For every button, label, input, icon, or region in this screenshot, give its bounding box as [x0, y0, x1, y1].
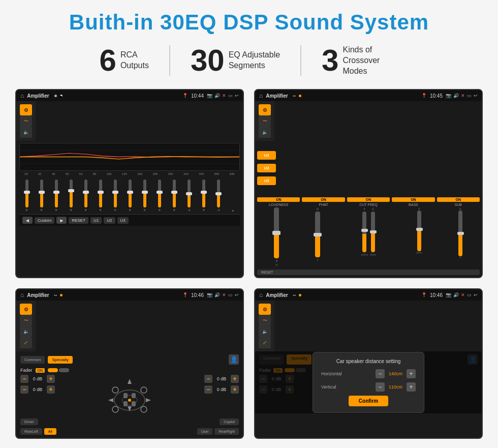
rearright-btn[interactable]: RearRight	[214, 428, 239, 435]
eq-u2-button[interactable]: U2	[104, 217, 115, 224]
eq-slider-9[interactable]: 0	[158, 177, 161, 213]
eq-prev-button[interactable]: ◄	[22, 217, 33, 224]
close-icon-4[interactable]: ✕	[461, 292, 465, 297]
dist-main: Common Specialty 👤 Fader ON	[255, 351, 482, 413]
eq-custom-button[interactable]: Custom	[35, 217, 55, 224]
eq-slider-0[interactable]: 0	[25, 177, 28, 213]
db-minus-rr[interactable]: −	[204, 385, 212, 394]
home-icon-2[interactable]: ⌂	[259, 92, 263, 99]
horizontal-plus-btn[interactable]: +	[407, 369, 416, 378]
eq-reset-button[interactable]: RESET	[69, 217, 88, 224]
eq-expand-icon[interactable]: »	[232, 208, 234, 213]
confirm-button[interactable]: Confirm	[349, 396, 388, 406]
db-minus-rl[interactable]: −	[20, 385, 28, 394]
eq-slider-1[interactable]: 0	[40, 177, 43, 213]
vertical-value: 110cm	[387, 384, 404, 390]
eq-slider-8[interactable]: 0	[143, 177, 146, 213]
u3-button[interactable]: U3	[257, 176, 276, 185]
eq-play-button[interactable]: ►	[56, 217, 67, 224]
person-icon[interactable]: 👤	[229, 354, 239, 365]
eq-u1-button[interactable]: U1	[90, 217, 102, 224]
fader-on-toggle[interactable]: ON	[36, 368, 45, 373]
phat-on-badge[interactable]: ON	[302, 197, 345, 202]
cross-filter-icon[interactable]: ⚙	[259, 104, 271, 115]
home-icon-1[interactable]: ⌂	[20, 92, 24, 99]
db-plus-fl[interactable]: +	[47, 375, 55, 383]
horizontal-minus-btn[interactable]: −	[376, 369, 385, 378]
fader-tabs: Common Specialty 👤	[20, 354, 239, 365]
cross-reset-button[interactable]: RESET	[257, 270, 480, 275]
eq-slider-5[interactable]: 0	[99, 177, 102, 213]
loudness-on-badge[interactable]: ON	[257, 197, 300, 202]
close-icon-2[interactable]: ✕	[461, 93, 465, 98]
fader-speaker-icon[interactable]: 🔈	[20, 326, 32, 337]
menu-icon-4: ▪▪	[293, 293, 296, 297]
back-icon-4[interactable]: ↩	[474, 292, 478, 297]
cutfreq-on-badge[interactable]: ON	[347, 197, 390, 202]
back-icon-2[interactable]: ↩	[474, 93, 478, 98]
bass-on-badge[interactable]: ON	[392, 197, 434, 202]
eq-slider-12[interactable]: 0	[202, 177, 205, 213]
eq-speaker-icon[interactable]: 🔈	[20, 127, 32, 138]
eq-slider-6[interactable]: 0	[114, 177, 117, 213]
sub-on-badge[interactable]: ON	[437, 197, 480, 202]
close-icon-3[interactable]: ✕	[222, 292, 226, 297]
dist-filter-icon[interactable]: ⚙	[259, 304, 271, 315]
db-minus-fr[interactable]: −	[204, 375, 212, 383]
eq-slider-13[interactable]: -1	[217, 177, 220, 213]
close-icon-1[interactable]: ✕	[222, 93, 226, 98]
db-plus-rr[interactable]: +	[231, 385, 239, 394]
eq-slider-3[interactable]: 5	[70, 177, 73, 213]
eq-slider-2[interactable]: 0	[55, 177, 58, 213]
fader-wave-icon[interactable]: 〜	[20, 315, 32, 326]
back-icon-1[interactable]: ↩	[235, 93, 239, 98]
eq-slider-10[interactable]: 0	[173, 177, 176, 213]
app-name-2: Amplifier	[266, 93, 288, 99]
home-icon-4[interactable]: ⌂	[259, 291, 263, 298]
copilot-btn[interactable]: Copilot	[220, 419, 239, 425]
db-plus-rl[interactable]: +	[47, 385, 55, 394]
stat-crossover: 3 Kinds ofCrossover Modes	[301, 45, 419, 76]
eq-filter-icon[interactable]: ⚙	[20, 104, 32, 115]
volume-icon-4: 🔊	[453, 292, 459, 297]
tab-specialty[interactable]: Specialty	[48, 356, 72, 364]
eq-slider-7[interactable]: 0	[129, 177, 132, 213]
stat-rca-number: 6	[100, 45, 116, 76]
eq-u3-button[interactable]: U3	[117, 217, 129, 224]
db-plus-fr[interactable]: +	[231, 375, 239, 383]
driver-btn[interactable]: Driver	[20, 419, 38, 425]
vertical-plus-btn[interactable]: +	[407, 382, 416, 392]
all-btn[interactable]: All	[44, 428, 56, 435]
dist-wave-icon[interactable]: 〜	[259, 315, 271, 326]
u1-button[interactable]: U1	[257, 151, 276, 160]
rearleft-btn[interactable]: RearLeft	[20, 428, 42, 435]
eq-slider-11[interactable]: -1	[188, 177, 191, 213]
vertical-minus-btn[interactable]: −	[376, 382, 385, 392]
location-icon-1: 📍	[182, 93, 188, 98]
cross-speaker-icon[interactable]: 🔈	[259, 127, 271, 138]
dist-speaker-icon[interactable]: 🔈	[259, 326, 271, 337]
orange-dot-4	[299, 294, 301, 296]
tab-common[interactable]: Common	[20, 356, 45, 364]
eq-slider-4[interactable]: 0	[84, 177, 87, 213]
minimize-icon-2[interactable]: ▭	[467, 93, 472, 98]
cross-wave-icon[interactable]: 〜	[259, 115, 271, 127]
freq-80: 80	[93, 172, 97, 175]
minimize-icon-4[interactable]: ▭	[467, 292, 472, 297]
distance-dialog: Car speaker distance setting Horizontal …	[313, 352, 424, 413]
back-icon-3[interactable]: ↩	[235, 292, 239, 297]
u2-button[interactable]: U2	[257, 164, 276, 172]
freq-250: 250	[168, 172, 173, 175]
minimize-icon-1[interactable]: ▭	[228, 93, 233, 98]
dist-expand-icon[interactable]: ⤢	[259, 337, 271, 348]
car-diagram	[104, 375, 155, 415]
fader-filter-icon[interactable]: ⚙	[20, 304, 32, 315]
db-minus-fl[interactable]: −	[20, 375, 28, 383]
home-icon-3[interactable]: ⌂	[20, 291, 24, 298]
user-btn[interactable]: User	[197, 428, 213, 435]
fader-left-controls: − 0 dB + − 0 dB +	[20, 375, 55, 415]
eq-wave-icon[interactable]: 〜	[20, 115, 32, 127]
horizontal-label: Horizontal	[321, 371, 349, 376]
fader-expand-icon[interactable]: ⤢	[20, 337, 32, 348]
minimize-icon-3[interactable]: ▭	[228, 292, 233, 297]
